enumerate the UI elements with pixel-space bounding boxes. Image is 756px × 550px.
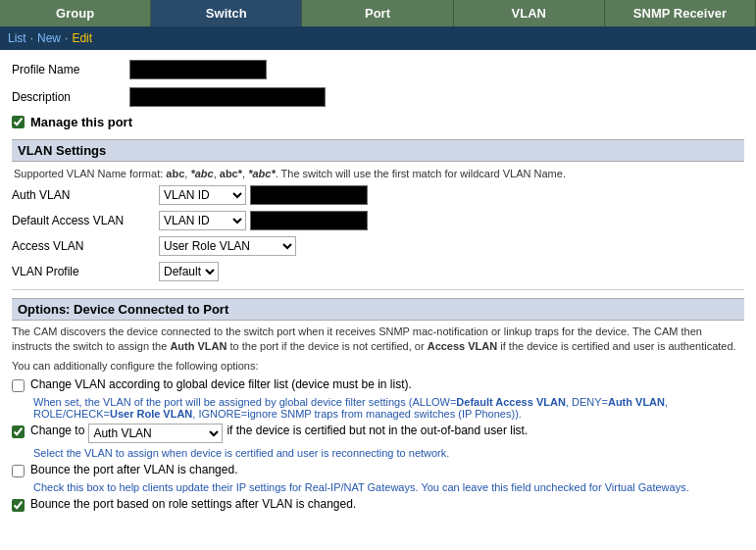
change-to-text-post: if the device is certified but not in th…	[227, 424, 528, 437]
change-vlan-option: Change VLAN according to global device f…	[12, 377, 744, 392]
change-vlan-sub: When set, the VLAN of the port will be a…	[33, 396, 744, 420]
change-to-option: Change to Auth VLAN Default Access VLAN …	[12, 424, 744, 443]
profile-name-row: Profile Name	[12, 60, 744, 79]
change-to-checkbox[interactable]	[12, 425, 25, 438]
sep1: ·	[30, 31, 33, 45]
subnav-new[interactable]: New	[37, 31, 61, 45]
top-nav: Group Switch Port VLAN SNMP Receiver	[0, 0, 756, 26]
bounce-role-label: Bounce the port based on role settings a…	[30, 497, 356, 511]
description-input[interactable]	[129, 87, 326, 107]
vlan-profile-label: VLAN Profile	[12, 265, 159, 278]
sep2: ·	[65, 31, 68, 45]
options-desc1: The CAM discovers the device connected t…	[12, 325, 744, 355]
tab-vlan[interactable]: VLAN	[454, 0, 605, 26]
bounce-port-checkbox[interactable]	[12, 465, 25, 477]
tab-port[interactable]: Port	[302, 0, 453, 26]
access-vlan-select[interactable]: User Role VLAN Auth VLAN Default Access …	[159, 236, 296, 256]
vlan-settings-header: VLAN Settings	[12, 139, 744, 162]
change-to-sub: Select the VLAN to assign when device is…	[33, 447, 744, 459]
change-vlan-checkbox[interactable]	[12, 379, 25, 392]
default-access-vlan-input[interactable]	[250, 211, 368, 230]
auth-vlan-input[interactable]	[250, 185, 368, 205]
options-title: Options: Device Connected to Port	[18, 302, 228, 317]
auth-vlan-label: Auth VLAN	[12, 188, 159, 202]
manage-port-row: Manage this port	[12, 115, 744, 129]
auth-vlan-select[interactable]: VLAN ID VLAN Name	[159, 185, 246, 205]
vlan-profile-select[interactable]: Default	[159, 262, 219, 281]
options-desc2: You can additionally configure the follo…	[12, 359, 744, 374]
bounce-port-option: Bounce the port after VLAN is changed.	[12, 463, 744, 477]
access-vlan-label: Access VLAN	[12, 239, 159, 253]
options-header: Options: Device Connected to Port	[12, 298, 744, 321]
divider-1	[12, 289, 744, 290]
description-row: Description	[12, 87, 744, 107]
default-access-vlan-select[interactable]: VLAN ID VLAN Name	[159, 211, 246, 230]
sub-nav: List · New · Edit	[0, 26, 756, 50]
profile-name-label: Profile Name	[12, 63, 129, 76]
vlan-info-text: Supported VLAN Name format: abc, *abc, a…	[12, 168, 744, 179]
tab-switch[interactable]: Switch	[151, 0, 302, 26]
access-vlan-row: Access VLAN User Role VLAN Auth VLAN Def…	[12, 236, 744, 256]
bounce-role-option: Bounce the port based on role settings a…	[12, 497, 744, 512]
manage-port-checkbox[interactable]	[12, 116, 25, 128]
tab-snmp[interactable]: SNMP Receiver	[605, 0, 756, 26]
subnav-edit: Edit	[72, 31, 92, 45]
bounce-role-checkbox[interactable]	[12, 499, 25, 512]
bounce-port-label: Bounce the port after VLAN is changed.	[30, 463, 237, 476]
profile-name-input[interactable]	[129, 60, 267, 79]
description-label: Description	[12, 90, 129, 104]
vlan-settings-title: VLAN Settings	[18, 143, 106, 158]
change-to-text-pre: Change to	[30, 424, 84, 437]
bounce-port-sub: Check this box to help clients update th…	[33, 481, 744, 493]
change-to-select[interactable]: Auth VLAN Default Access VLAN User Role …	[88, 424, 223, 443]
vlan-profile-row: VLAN Profile Default	[12, 262, 744, 281]
default-access-vlan-row: Default Access VLAN VLAN ID VLAN Name	[12, 211, 744, 230]
main-content: Profile Name Description Manage this por…	[0, 50, 756, 525]
subnav-list[interactable]: List	[8, 31, 26, 45]
change-vlan-label: Change VLAN according to global device f…	[30, 377, 412, 391]
auth-vlan-row: Auth VLAN VLAN ID VLAN Name	[12, 185, 744, 205]
manage-port-label: Manage this port	[30, 115, 132, 129]
default-access-vlan-label: Default Access VLAN	[12, 214, 159, 227]
tab-group[interactable]: Group	[0, 0, 151, 26]
